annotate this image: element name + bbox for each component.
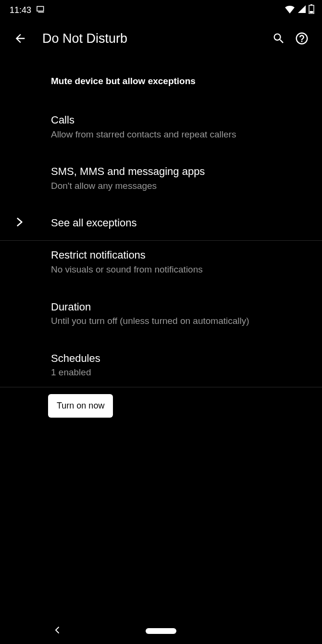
nav-home-pill[interactable] (146, 628, 176, 634)
setting-duration[interactable]: Duration Until you turn off (unless turn… (0, 293, 322, 335)
setting-schedules[interactable]: Schedules 1 enabled (0, 344, 322, 387)
setting-subtitle: No visuals or sound from notifications (51, 263, 312, 276)
setting-subtitle: Until you turn off (unless turned on aut… (51, 315, 312, 328)
chevron-left-icon (53, 626, 62, 634)
svg-rect-0 (37, 6, 44, 11)
status-bar: 11:43 (0, 0, 322, 20)
setting-title: SMS, MMS and messaging apps (51, 165, 312, 179)
svg-rect-1 (38, 12, 44, 12)
navigation-bar (0, 618, 322, 644)
setting-subtitle: 1 enabled (51, 366, 312, 379)
setting-subtitle: Allow from starred contacts and repeat c… (51, 128, 312, 141)
search-icon (272, 32, 285, 45)
setting-title: Duration (51, 300, 312, 314)
setting-see-all-exceptions[interactable]: See all exceptions (0, 206, 322, 240)
setting-subtitle: Don't allow any messages (51, 180, 312, 193)
section-header: Mute device but allow exceptions (0, 76, 322, 87)
back-button[interactable] (9, 27, 32, 50)
setting-title: Schedules (51, 352, 312, 366)
svg-rect-4 (310, 11, 313, 13)
page-title: Do Not Disturb (42, 31, 267, 46)
battery-icon (309, 4, 314, 16)
setting-title: Restrict notifications (51, 248, 312, 262)
help-icon (295, 31, 309, 46)
setting-calls[interactable]: Calls Allow from starred contacts and re… (0, 106, 322, 149)
status-time: 11:43 (10, 5, 31, 15)
notification-icon (36, 5, 46, 15)
arrow-back-icon (13, 32, 27, 45)
app-bar: Do Not Disturb (0, 20, 322, 57)
setting-title: Calls (51, 113, 312, 127)
search-button[interactable] (267, 27, 290, 50)
setting-title: See all exceptions (51, 216, 312, 230)
signal-icon (297, 5, 306, 16)
help-button[interactable] (290, 27, 313, 50)
setting-restrict-notifications[interactable]: Restrict notifications No visuals or sou… (0, 241, 322, 284)
action-row: Turn on now (0, 387, 322, 424)
nav-back-button[interactable] (53, 626, 62, 636)
chevron-right-icon (13, 216, 26, 230)
turn-on-now-button[interactable]: Turn on now (48, 394, 113, 418)
settings-content: Mute device but allow exceptions Calls A… (0, 57, 322, 424)
setting-messages[interactable]: SMS, MMS and messaging apps Don't allow … (0, 157, 322, 200)
wifi-icon (285, 5, 295, 16)
